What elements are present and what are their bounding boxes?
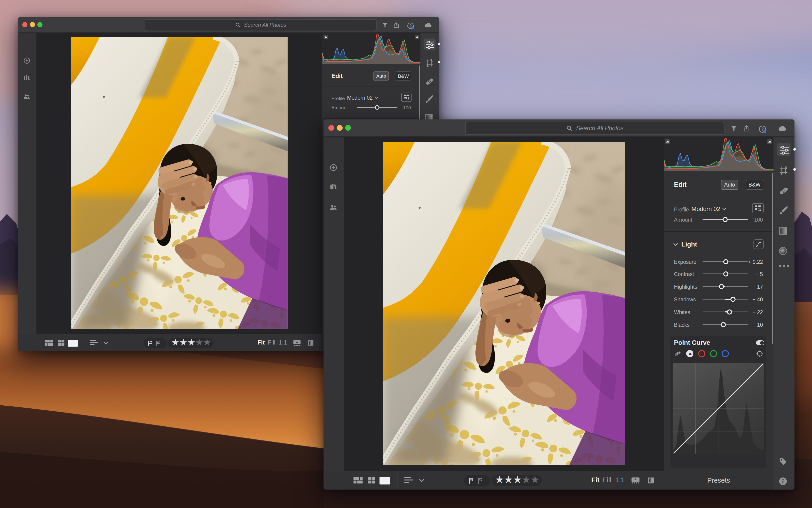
svg-text:?: ? — [410, 24, 412, 28]
svg-text:?: ? — [761, 127, 764, 131]
